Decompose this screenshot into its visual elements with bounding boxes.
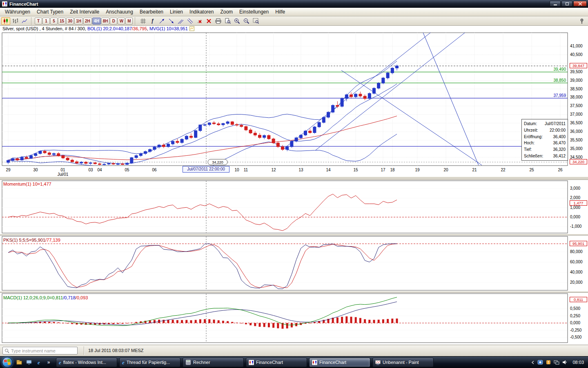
- trendline-up-icon[interactable]: [157, 17, 166, 25]
- taskbar-button-2[interactable]: Rechner: [183, 358, 244, 367]
- histogram-bar: [181, 320, 183, 323]
- candle-body: [222, 123, 225, 125]
- channel-up-icon[interactable]: [176, 17, 185, 25]
- panel-splitter[interactable]: [0, 234, 588, 236]
- price-axis-label: 35,000: [570, 146, 583, 151]
- start-button[interactable]: [2, 357, 13, 368]
- indicator-label-part: /0,718: [63, 295, 76, 300]
- menu-item-5[interactable]: Linien: [167, 8, 186, 16]
- macd-label: MACD(1) 12,0;26,0;9,0=0,811/0,718/0,093: [3, 295, 88, 300]
- timeframe-1-button[interactable]: 1: [42, 18, 50, 25]
- print-preview-icon[interactable]: [223, 17, 232, 25]
- panel-splitter[interactable]: [0, 291, 588, 293]
- timeframe-1h-button[interactable]: 1H: [74, 18, 83, 25]
- candle-body: [373, 88, 376, 94]
- timeframe-t-button[interactable]: T: [35, 18, 42, 25]
- tray-network-icon[interactable]: [554, 359, 559, 365]
- candle-body: [226, 122, 229, 123]
- zoom-in-icon[interactable]: [232, 17, 241, 25]
- delete-all-icon[interactable]: [204, 17, 213, 25]
- zoom-out-icon[interactable]: [242, 17, 251, 25]
- pks-panel[interactable]: 80,00060,00040,00020,000: [0, 236, 588, 291]
- candle-body: [85, 162, 87, 163]
- indicator-icon[interactable]: ƒ: [148, 17, 157, 25]
- tray-update-icon[interactable]: [546, 359, 551, 365]
- main-price-chart[interactable]: 39,49038,85037,959141,00040,50039,50039,…: [0, 32, 588, 177]
- x-axis-label: 12: [271, 168, 276, 172]
- chevron-double-icon[interactable]: »: [45, 358, 53, 367]
- taskbar-button-5[interactable]: Unbenannt - Paint: [372, 358, 434, 367]
- panel-splitter[interactable]: [0, 177, 588, 180]
- macd-panel[interactable]: 0,5000,2500,000-0,250-0,500: [0, 293, 588, 343]
- timeframe-8h-button[interactable]: 8H: [101, 18, 110, 25]
- menu-item-6[interactable]: Indikatoren: [186, 8, 217, 16]
- taskbar-button-3[interactable]: FinanceChart: [246, 358, 307, 367]
- momentum-panel[interactable]: 3,0002,0001,0000,000-1,000: [0, 180, 588, 234]
- timeframe-30-button[interactable]: 30: [66, 18, 74, 25]
- momentum-axis-label: -1,000: [570, 224, 582, 229]
- x-axis-label: 15: [353, 168, 358, 172]
- histogram-bar: [368, 320, 370, 323]
- histogram-bar: [213, 320, 215, 323]
- histogram-bar: [277, 323, 279, 328]
- histogram-bar: [382, 319, 384, 323]
- maximize-button[interactable]: [561, 1, 572, 7]
- price-axis-label: 37,500: [570, 103, 583, 108]
- timeframe-w-button[interactable]: W: [118, 18, 125, 25]
- status-bar: 18 Jul 2011 08:03:07 MESZ: [0, 345, 588, 356]
- tray-volume-icon[interactable]: [562, 359, 568, 365]
- menu-item-0[interactable]: Währungen: [2, 8, 33, 16]
- tray-chevron-icon[interactable]: [531, 361, 535, 364]
- timeframe-4h-button[interactable]: 4H: [92, 18, 101, 25]
- minimize-button[interactable]: [550, 1, 561, 7]
- histogram-bar: [131, 323, 133, 323]
- main-plot-area[interactable]: [2, 33, 568, 166]
- tooltip-label: Schließen:: [524, 154, 543, 158]
- candlestick-chart-icon[interactable]: [1, 17, 10, 25]
- tray-app-icon[interactable]: [537, 359, 543, 365]
- channel-down-icon[interactable]: [185, 17, 194, 25]
- histogram-bar: [199, 319, 201, 323]
- ie-icon[interactable]: e: [35, 358, 43, 367]
- histogram-bar: [396, 319, 398, 323]
- timeframe-5-button[interactable]: 5: [50, 18, 58, 25]
- print-icon[interactable]: [214, 17, 223, 25]
- menu-item-7[interactable]: Zoom: [217, 8, 236, 16]
- candle-body: [208, 123, 211, 125]
- candle-body: [231, 122, 234, 125]
- candle-body: [213, 123, 216, 124]
- menu-item-8[interactable]: Einstellungen: [236, 8, 272, 16]
- line-chart-icon[interactable]: [20, 17, 29, 25]
- histogram-bar: [222, 321, 224, 323]
- timeframe-15-button[interactable]: 15: [58, 18, 66, 25]
- crosshair-grid-icon[interactable]: [138, 17, 147, 25]
- price-axis-label: 41,000: [570, 44, 583, 48]
- taskbar-button-0[interactable]: eflatex - Windows Int...: [56, 358, 117, 367]
- close-button[interactable]: [573, 1, 587, 7]
- instrument-label-part: /36,795: [132, 26, 147, 31]
- timeframe-m-button[interactable]: M: [125, 18, 133, 25]
- histogram-bar: [355, 317, 357, 323]
- menu-item-3[interactable]: Anschauung: [102, 8, 136, 16]
- candle-body: [144, 152, 147, 154]
- bar-chart-icon[interactable]: [11, 17, 20, 25]
- trendline-down-icon[interactable]: [167, 17, 176, 25]
- timeframe-d-button[interactable]: D: [110, 18, 117, 25]
- x-axis-label: 17: [381, 168, 385, 172]
- macd-plot-area[interactable]: [2, 294, 568, 343]
- desktop-icon[interactable]: [25, 358, 33, 367]
- taskbar-button-1[interactable]: eThread für Papiertig...: [119, 358, 180, 367]
- pks-plot-area[interactable]: [2, 236, 568, 290]
- delete-line-icon[interactable]: [195, 17, 204, 25]
- candle-body: [180, 139, 183, 142]
- menu-item-2[interactable]: Zeit Intervalle: [67, 8, 102, 16]
- pin-icon[interactable]: [577, 17, 586, 25]
- zoom-region-icon[interactable]: [251, 17, 260, 25]
- menu-item-1[interactable]: Chart Typen: [33, 8, 67, 16]
- taskbar-button-4[interactable]: FinanceChart: [309, 358, 370, 367]
- menu-item-4[interactable]: Bearbeiten: [136, 8, 167, 16]
- menu-item-9[interactable]: Hilfe: [272, 8, 288, 16]
- package-icon[interactable]: [15, 358, 23, 367]
- timeframe-2h-button[interactable]: 2H: [83, 18, 92, 25]
- search-input[interactable]: [11, 348, 76, 353]
